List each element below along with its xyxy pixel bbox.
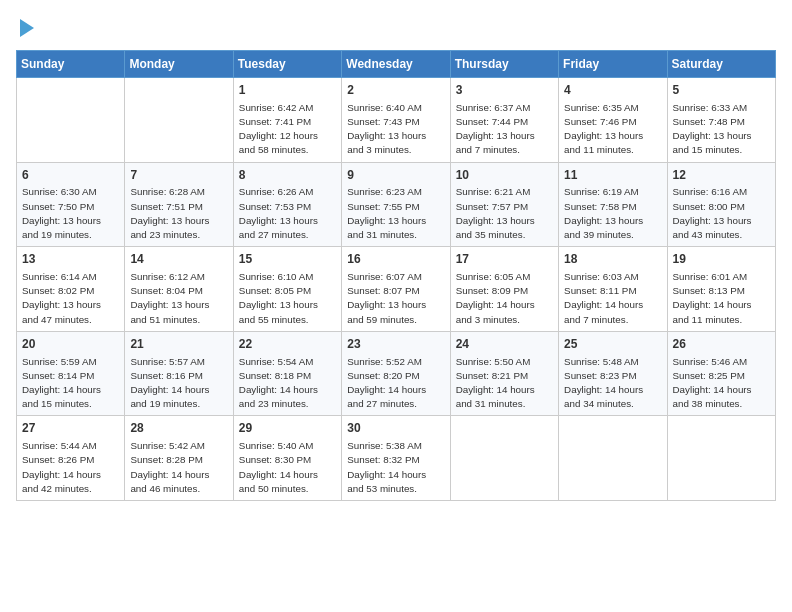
week-row-5: 27Sunrise: 5:44 AM Sunset: 8:26 PM Dayli… xyxy=(17,416,776,501)
day-info: Sunrise: 5:44 AM Sunset: 8:26 PM Dayligh… xyxy=(22,439,119,496)
calendar-cell: 11Sunrise: 6:19 AM Sunset: 7:58 PM Dayli… xyxy=(559,162,667,247)
day-info: Sunrise: 5:40 AM Sunset: 8:30 PM Dayligh… xyxy=(239,439,336,496)
day-number: 28 xyxy=(130,420,227,437)
day-info: Sunrise: 6:01 AM Sunset: 8:13 PM Dayligh… xyxy=(673,270,770,327)
calendar-cell xyxy=(667,416,775,501)
day-number: 14 xyxy=(130,251,227,268)
day-number: 20 xyxy=(22,336,119,353)
calendar-cell: 3Sunrise: 6:37 AM Sunset: 7:44 PM Daylig… xyxy=(450,78,558,163)
calendar-cell xyxy=(559,416,667,501)
calendar-cell: 29Sunrise: 5:40 AM Sunset: 8:30 PM Dayli… xyxy=(233,416,341,501)
week-row-3: 13Sunrise: 6:14 AM Sunset: 8:02 PM Dayli… xyxy=(17,247,776,332)
calendar-cell: 5Sunrise: 6:33 AM Sunset: 7:48 PM Daylig… xyxy=(667,78,775,163)
calendar-cell: 2Sunrise: 6:40 AM Sunset: 7:43 PM Daylig… xyxy=(342,78,450,163)
page-header xyxy=(16,16,776,38)
calendar-cell xyxy=(450,416,558,501)
day-info: Sunrise: 6:19 AM Sunset: 7:58 PM Dayligh… xyxy=(564,185,661,242)
day-info: Sunrise: 6:07 AM Sunset: 8:07 PM Dayligh… xyxy=(347,270,444,327)
day-info: Sunrise: 5:50 AM Sunset: 8:21 PM Dayligh… xyxy=(456,355,553,412)
day-info: Sunrise: 6:37 AM Sunset: 7:44 PM Dayligh… xyxy=(456,101,553,158)
day-info: Sunrise: 6:42 AM Sunset: 7:41 PM Dayligh… xyxy=(239,101,336,158)
day-number: 13 xyxy=(22,251,119,268)
day-number: 4 xyxy=(564,82,661,99)
calendar-cell: 8Sunrise: 6:26 AM Sunset: 7:53 PM Daylig… xyxy=(233,162,341,247)
calendar-cell: 14Sunrise: 6:12 AM Sunset: 8:04 PM Dayli… xyxy=(125,247,233,332)
day-number: 16 xyxy=(347,251,444,268)
calendar-cell: 30Sunrise: 5:38 AM Sunset: 8:32 PM Dayli… xyxy=(342,416,450,501)
day-number: 26 xyxy=(673,336,770,353)
day-number: 24 xyxy=(456,336,553,353)
day-info: Sunrise: 6:12 AM Sunset: 8:04 PM Dayligh… xyxy=(130,270,227,327)
calendar-cell: 1Sunrise: 6:42 AM Sunset: 7:41 PM Daylig… xyxy=(233,78,341,163)
logo-arrow-icon xyxy=(20,19,34,37)
day-info: Sunrise: 6:03 AM Sunset: 8:11 PM Dayligh… xyxy=(564,270,661,327)
day-info: Sunrise: 5:48 AM Sunset: 8:23 PM Dayligh… xyxy=(564,355,661,412)
calendar-cell: 12Sunrise: 6:16 AM Sunset: 8:00 PM Dayli… xyxy=(667,162,775,247)
day-info: Sunrise: 6:21 AM Sunset: 7:57 PM Dayligh… xyxy=(456,185,553,242)
day-info: Sunrise: 6:10 AM Sunset: 8:05 PM Dayligh… xyxy=(239,270,336,327)
day-number: 12 xyxy=(673,167,770,184)
day-info: Sunrise: 5:59 AM Sunset: 8:14 PM Dayligh… xyxy=(22,355,119,412)
header-day-monday: Monday xyxy=(125,51,233,78)
calendar-cell: 21Sunrise: 5:57 AM Sunset: 8:16 PM Dayli… xyxy=(125,331,233,416)
day-number: 8 xyxy=(239,167,336,184)
header-row: SundayMondayTuesdayWednesdayThursdayFrid… xyxy=(17,51,776,78)
day-number: 3 xyxy=(456,82,553,99)
calendar-cell: 26Sunrise: 5:46 AM Sunset: 8:25 PM Dayli… xyxy=(667,331,775,416)
calendar-cell: 13Sunrise: 6:14 AM Sunset: 8:02 PM Dayli… xyxy=(17,247,125,332)
calendar-cell: 4Sunrise: 6:35 AM Sunset: 7:46 PM Daylig… xyxy=(559,78,667,163)
day-number: 30 xyxy=(347,420,444,437)
calendar-cell: 17Sunrise: 6:05 AM Sunset: 8:09 PM Dayli… xyxy=(450,247,558,332)
day-info: Sunrise: 5:57 AM Sunset: 8:16 PM Dayligh… xyxy=(130,355,227,412)
calendar-cell: 18Sunrise: 6:03 AM Sunset: 8:11 PM Dayli… xyxy=(559,247,667,332)
calendar-body: 1Sunrise: 6:42 AM Sunset: 7:41 PM Daylig… xyxy=(17,78,776,501)
calendar-cell: 22Sunrise: 5:54 AM Sunset: 8:18 PM Dayli… xyxy=(233,331,341,416)
day-info: Sunrise: 6:30 AM Sunset: 7:50 PM Dayligh… xyxy=(22,185,119,242)
day-info: Sunrise: 6:28 AM Sunset: 7:51 PM Dayligh… xyxy=(130,185,227,242)
logo xyxy=(16,16,34,38)
calendar-cell: 23Sunrise: 5:52 AM Sunset: 8:20 PM Dayli… xyxy=(342,331,450,416)
day-number: 27 xyxy=(22,420,119,437)
day-info: Sunrise: 6:40 AM Sunset: 7:43 PM Dayligh… xyxy=(347,101,444,158)
day-number: 15 xyxy=(239,251,336,268)
day-info: Sunrise: 6:05 AM Sunset: 8:09 PM Dayligh… xyxy=(456,270,553,327)
calendar-cell: 19Sunrise: 6:01 AM Sunset: 8:13 PM Dayli… xyxy=(667,247,775,332)
calendar-cell: 25Sunrise: 5:48 AM Sunset: 8:23 PM Dayli… xyxy=(559,331,667,416)
day-number: 11 xyxy=(564,167,661,184)
day-number: 23 xyxy=(347,336,444,353)
week-row-2: 6Sunrise: 6:30 AM Sunset: 7:50 PM Daylig… xyxy=(17,162,776,247)
calendar-cell: 16Sunrise: 6:07 AM Sunset: 8:07 PM Dayli… xyxy=(342,247,450,332)
day-info: Sunrise: 6:33 AM Sunset: 7:48 PM Dayligh… xyxy=(673,101,770,158)
header-day-thursday: Thursday xyxy=(450,51,558,78)
day-info: Sunrise: 5:46 AM Sunset: 8:25 PM Dayligh… xyxy=(673,355,770,412)
day-number: 22 xyxy=(239,336,336,353)
calendar-table: SundayMondayTuesdayWednesdayThursdayFrid… xyxy=(16,50,776,501)
day-number: 2 xyxy=(347,82,444,99)
day-info: Sunrise: 5:52 AM Sunset: 8:20 PM Dayligh… xyxy=(347,355,444,412)
calendar-cell: 27Sunrise: 5:44 AM Sunset: 8:26 PM Dayli… xyxy=(17,416,125,501)
calendar-cell: 24Sunrise: 5:50 AM Sunset: 8:21 PM Dayli… xyxy=(450,331,558,416)
week-row-4: 20Sunrise: 5:59 AM Sunset: 8:14 PM Dayli… xyxy=(17,331,776,416)
header-day-friday: Friday xyxy=(559,51,667,78)
day-info: Sunrise: 6:26 AM Sunset: 7:53 PM Dayligh… xyxy=(239,185,336,242)
day-number: 17 xyxy=(456,251,553,268)
header-day-wednesday: Wednesday xyxy=(342,51,450,78)
calendar-cell: 9Sunrise: 6:23 AM Sunset: 7:55 PM Daylig… xyxy=(342,162,450,247)
calendar-header: SundayMondayTuesdayWednesdayThursdayFrid… xyxy=(17,51,776,78)
calendar-cell xyxy=(125,78,233,163)
day-number: 21 xyxy=(130,336,227,353)
day-info: Sunrise: 5:38 AM Sunset: 8:32 PM Dayligh… xyxy=(347,439,444,496)
day-number: 10 xyxy=(456,167,553,184)
day-info: Sunrise: 6:23 AM Sunset: 7:55 PM Dayligh… xyxy=(347,185,444,242)
day-number: 29 xyxy=(239,420,336,437)
day-number: 25 xyxy=(564,336,661,353)
day-info: Sunrise: 5:54 AM Sunset: 8:18 PM Dayligh… xyxy=(239,355,336,412)
day-number: 6 xyxy=(22,167,119,184)
day-info: Sunrise: 6:35 AM Sunset: 7:46 PM Dayligh… xyxy=(564,101,661,158)
day-number: 9 xyxy=(347,167,444,184)
header-day-saturday: Saturday xyxy=(667,51,775,78)
day-number: 5 xyxy=(673,82,770,99)
calendar-cell: 6Sunrise: 6:30 AM Sunset: 7:50 PM Daylig… xyxy=(17,162,125,247)
header-day-tuesday: Tuesday xyxy=(233,51,341,78)
calendar-cell: 10Sunrise: 6:21 AM Sunset: 7:57 PM Dayli… xyxy=(450,162,558,247)
